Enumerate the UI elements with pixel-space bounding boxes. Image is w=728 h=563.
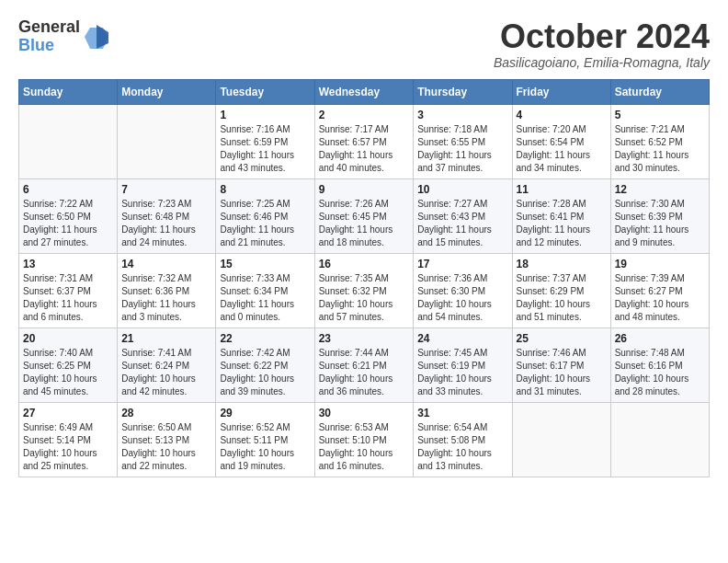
day-info: Sunrise: 7:16 AM Sunset: 6:59 PM Dayligh… <box>220 123 310 175</box>
logo-general-text: General <box>18 17 80 36</box>
month-title: October 2024 <box>494 18 710 55</box>
day-number: 29 <box>220 407 310 419</box>
calendar-cell <box>610 402 709 477</box>
calendar-cell: 5Sunrise: 7:21 AM Sunset: 6:52 PM Daylig… <box>610 104 709 178</box>
calendar-cell: 10Sunrise: 7:27 AM Sunset: 6:43 PM Dayli… <box>414 178 512 253</box>
day-number: 1 <box>220 109 310 121</box>
day-info: Sunrise: 7:28 AM Sunset: 6:41 PM Dayligh… <box>517 198 607 249</box>
day-info: Sunrise: 7:17 AM Sunset: 6:57 PM Dayligh… <box>319 123 410 175</box>
header-day-monday: Monday <box>118 79 216 104</box>
day-number: 11 <box>517 183 607 196</box>
day-number: 28 <box>121 407 211 419</box>
calendar-cell: 17Sunrise: 7:36 AM Sunset: 6:30 PM Dayli… <box>414 253 512 327</box>
week-row-1: 6Sunrise: 7:22 AM Sunset: 6:50 PM Daylig… <box>19 178 710 253</box>
day-number: 12 <box>615 183 705 196</box>
day-number: 14 <box>121 258 211 270</box>
day-number: 3 <box>417 109 507 121</box>
calendar-cell <box>118 104 216 178</box>
day-number: 6 <box>23 183 113 196</box>
calendar-cell: 7Sunrise: 7:23 AM Sunset: 6:48 PM Daylig… <box>118 178 216 253</box>
day-info: Sunrise: 7:27 AM Sunset: 6:43 PM Dayligh… <box>417 198 507 249</box>
day-number: 22 <box>220 332 310 345</box>
day-number: 17 <box>417 258 507 270</box>
calendar-cell: 14Sunrise: 7:32 AM Sunset: 6:36 PM Dayli… <box>118 253 216 327</box>
day-number: 7 <box>121 183 211 196</box>
week-row-3: 20Sunrise: 7:40 AM Sunset: 6:25 PM Dayli… <box>19 327 710 402</box>
day-info: Sunrise: 7:46 AM Sunset: 6:17 PM Dayligh… <box>517 347 607 398</box>
calendar-table: SundayMondayTuesdayWednesdayThursdayFrid… <box>18 79 710 477</box>
header-day-friday: Friday <box>512 79 610 104</box>
calendar-cell: 28Sunrise: 6:50 AM Sunset: 5:13 PM Dayli… <box>118 402 216 477</box>
calendar-cell: 8Sunrise: 7:25 AM Sunset: 6:46 PM Daylig… <box>216 178 314 253</box>
day-number: 9 <box>319 183 410 196</box>
calendar-cell: 29Sunrise: 6:52 AM Sunset: 5:11 PM Dayli… <box>216 402 314 477</box>
day-info: Sunrise: 7:26 AM Sunset: 6:45 PM Dayligh… <box>319 198 410 249</box>
calendar-cell: 18Sunrise: 7:37 AM Sunset: 6:29 PM Dayli… <box>512 253 610 327</box>
day-number: 23 <box>319 332 410 345</box>
day-info: Sunrise: 7:33 AM Sunset: 6:34 PM Dayligh… <box>220 272 310 324</box>
page-header: General Blue October 2024 Basilicagoiano… <box>18 18 710 70</box>
day-number: 31 <box>417 407 507 419</box>
logo-icon <box>83 23 110 51</box>
day-info: Sunrise: 7:40 AM Sunset: 6:25 PM Dayligh… <box>23 347 113 398</box>
day-info: Sunrise: 6:54 AM Sunset: 5:08 PM Dayligh… <box>417 421 507 473</box>
calendar-cell: 2Sunrise: 7:17 AM Sunset: 6:57 PM Daylig… <box>314 104 414 178</box>
day-number: 25 <box>517 332 607 345</box>
day-info: Sunrise: 6:50 AM Sunset: 5:13 PM Dayligh… <box>121 421 211 473</box>
calendar-cell: 19Sunrise: 7:39 AM Sunset: 6:27 PM Dayli… <box>610 253 709 327</box>
day-info: Sunrise: 7:45 AM Sunset: 6:19 PM Dayligh… <box>417 347 507 398</box>
calendar-cell: 27Sunrise: 6:49 AM Sunset: 5:14 PM Dayli… <box>19 402 118 477</box>
calendar-body: 1Sunrise: 7:16 AM Sunset: 6:59 PM Daylig… <box>19 104 710 477</box>
title-section: October 2024 Basilicagoiano, Emilia-Roma… <box>494 18 710 70</box>
calendar-cell: 9Sunrise: 7:26 AM Sunset: 6:45 PM Daylig… <box>314 178 414 253</box>
location: Basilicagoiano, Emilia-Romagna, Italy <box>494 55 710 70</box>
day-info: Sunrise: 7:41 AM Sunset: 6:24 PM Dayligh… <box>121 347 211 398</box>
calendar-cell: 1Sunrise: 7:16 AM Sunset: 6:59 PM Daylig… <box>216 104 314 178</box>
calendar-cell: 13Sunrise: 7:31 AM Sunset: 6:37 PM Dayli… <box>19 253 118 327</box>
calendar-cell: 6Sunrise: 7:22 AM Sunset: 6:50 PM Daylig… <box>19 178 118 253</box>
day-info: Sunrise: 7:36 AM Sunset: 6:30 PM Dayligh… <box>417 272 507 324</box>
header-row: SundayMondayTuesdayWednesdayThursdayFrid… <box>19 79 710 104</box>
calendar-cell: 20Sunrise: 7:40 AM Sunset: 6:25 PM Dayli… <box>19 327 118 402</box>
calendar-cell <box>19 104 118 178</box>
header-day-wednesday: Wednesday <box>314 79 414 104</box>
header-day-thursday: Thursday <box>414 79 512 104</box>
logo-blue-text: Blue <box>18 36 54 54</box>
day-info: Sunrise: 7:35 AM Sunset: 6:32 PM Dayligh… <box>319 272 410 324</box>
day-number: 21 <box>121 332 211 345</box>
calendar-cell: 16Sunrise: 7:35 AM Sunset: 6:32 PM Dayli… <box>314 253 414 327</box>
header-day-saturday: Saturday <box>610 79 709 104</box>
calendar-cell: 4Sunrise: 7:20 AM Sunset: 6:54 PM Daylig… <box>512 104 610 178</box>
day-info: Sunrise: 7:37 AM Sunset: 6:29 PM Dayligh… <box>517 272 607 324</box>
calendar-cell: 22Sunrise: 7:42 AM Sunset: 6:22 PM Dayli… <box>216 327 314 402</box>
day-number: 18 <box>517 258 607 270</box>
day-info: Sunrise: 7:39 AM Sunset: 6:27 PM Dayligh… <box>615 272 705 324</box>
calendar-cell <box>512 402 610 477</box>
day-info: Sunrise: 7:20 AM Sunset: 6:54 PM Dayligh… <box>517 123 607 175</box>
day-number: 26 <box>615 332 705 345</box>
calendar-cell: 21Sunrise: 7:41 AM Sunset: 6:24 PM Dayli… <box>118 327 216 402</box>
day-info: Sunrise: 6:52 AM Sunset: 5:11 PM Dayligh… <box>220 421 310 473</box>
calendar-cell: 26Sunrise: 7:48 AM Sunset: 6:16 PM Dayli… <box>610 327 709 402</box>
day-info: Sunrise: 7:30 AM Sunset: 6:39 PM Dayligh… <box>615 198 705 249</box>
day-info: Sunrise: 7:42 AM Sunset: 6:22 PM Dayligh… <box>220 347 310 398</box>
calendar-cell: 15Sunrise: 7:33 AM Sunset: 6:34 PM Dayli… <box>216 253 314 327</box>
day-info: Sunrise: 7:32 AM Sunset: 6:36 PM Dayligh… <box>121 272 211 324</box>
day-info: Sunrise: 7:21 AM Sunset: 6:52 PM Dayligh… <box>615 123 705 175</box>
day-info: Sunrise: 7:25 AM Sunset: 6:46 PM Dayligh… <box>220 198 310 249</box>
header-day-tuesday: Tuesday <box>216 79 314 104</box>
week-row-4: 27Sunrise: 6:49 AM Sunset: 5:14 PM Dayli… <box>19 402 710 477</box>
calendar-cell: 3Sunrise: 7:18 AM Sunset: 6:55 PM Daylig… <box>414 104 512 178</box>
week-row-2: 13Sunrise: 7:31 AM Sunset: 6:37 PM Dayli… <box>19 253 710 327</box>
day-number: 13 <box>23 258 113 270</box>
day-number: 4 <box>517 109 607 121</box>
week-row-0: 1Sunrise: 7:16 AM Sunset: 6:59 PM Daylig… <box>19 104 710 178</box>
calendar-cell: 12Sunrise: 7:30 AM Sunset: 6:39 PM Dayli… <box>610 178 709 253</box>
day-number: 27 <box>23 407 113 419</box>
calendar-cell: 24Sunrise: 7:45 AM Sunset: 6:19 PM Dayli… <box>414 327 512 402</box>
day-info: Sunrise: 7:18 AM Sunset: 6:55 PM Dayligh… <box>417 123 507 175</box>
day-number: 19 <box>615 258 705 270</box>
day-info: Sunrise: 7:31 AM Sunset: 6:37 PM Dayligh… <box>23 272 113 324</box>
header-day-sunday: Sunday <box>19 79 118 104</box>
logo: General Blue <box>18 18 110 55</box>
